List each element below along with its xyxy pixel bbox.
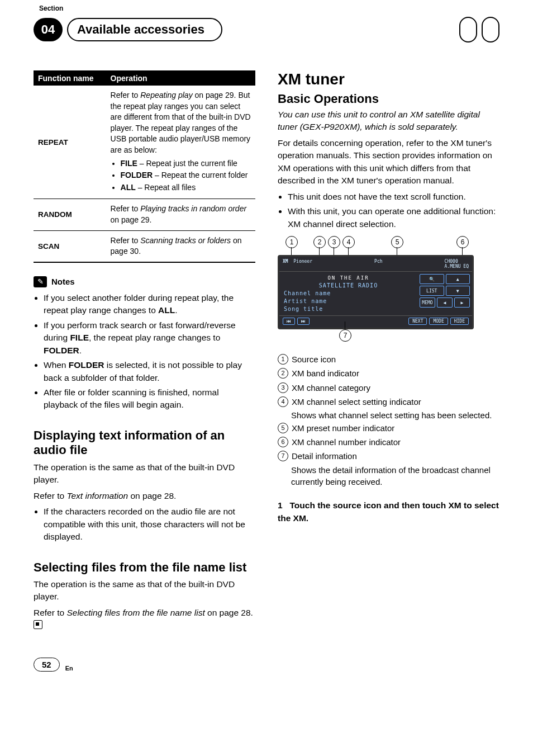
pencil-icon: ✎ [34, 276, 47, 287]
text: on page 28. [205, 608, 253, 617]
func-name-repeat: REPEAT [38, 138, 111, 147]
screen-channel-num: CH000 [445, 259, 458, 264]
legend-num-4: 4 [278, 396, 288, 407]
table-row: SCAN Refer to Scanning tracks or folders… [34, 230, 255, 262]
xm-screen-diagram: 1 2 3 4 5 6 XM Pioneer Pch [278, 236, 473, 349]
callout-6: 6 [456, 236, 469, 248]
text-italic: Selecting files from the file name list [66, 608, 204, 617]
text: Refer to [34, 608, 66, 617]
paragraph: Refer to Text information on page 28. [34, 490, 255, 502]
notes-heading: ✎ Notes [34, 276, 255, 287]
up-icon: ▲ [446, 274, 470, 284]
col-header-operation: Operation [111, 74, 251, 83]
callout-5: 5 [391, 236, 403, 248]
func-op-scan: Refer to Scanning tracks or folders on p… [111, 235, 251, 257]
function-table: Function name Operation REPEAT Refer to … [34, 70, 255, 263]
legend-text: XM band indicator [292, 367, 499, 380]
notes-label: Notes [51, 277, 75, 286]
screen-artist-name: Artist name [284, 298, 413, 304]
screen-xm-band: XM [283, 259, 288, 264]
text: on page 29. [111, 215, 152, 224]
list-item: If the characters recorded on the audio … [44, 505, 255, 543]
text: – Repeat all files [136, 183, 196, 192]
screen-pch: Pch [374, 259, 382, 269]
page-footer: 52 En [34, 658, 499, 672]
text: – Repeat just the current file [137, 159, 237, 168]
bold: FILE [121, 159, 137, 168]
bold: ALL [121, 183, 136, 192]
bold: FOLDER [44, 346, 79, 355]
screen-menu: A.MENU [445, 264, 461, 269]
list-item: If you select another folder during repe… [44, 292, 255, 317]
paragraph: The operation is the same as that of the… [34, 578, 255, 603]
callout-7: 7 [339, 329, 351, 342]
paragraph: The operation is the same as that of the… [34, 461, 255, 486]
text: , the repeat play range changes to [89, 333, 220, 342]
bold: FOLDER [121, 171, 153, 179]
callout-3: 3 [328, 236, 340, 248]
text: on page 28. [128, 491, 176, 500]
step-1: 1 Touch the source icon and then touch X… [278, 499, 499, 525]
language-label: En [65, 665, 73, 672]
legend-num-7: 7 [278, 451, 288, 461]
legend-text: Source icon [292, 353, 499, 366]
end-mark-icon [34, 620, 42, 629]
step-number: 1 [278, 500, 283, 510]
list-item: FILE – Repeat just the current file [121, 158, 251, 169]
text-italic: Text information [66, 491, 128, 500]
legend-list: 1Source icon 2XM band indicator 3XM chan… [278, 353, 499, 488]
text: Refer to [111, 236, 141, 245]
hide-button: HIDE [450, 318, 469, 325]
screen-pioneer: Pioneer [293, 259, 312, 264]
section-title: Available accessories [67, 18, 222, 41]
screen-eq: EQ [463, 264, 469, 269]
down-icon: ▼ [446, 286, 470, 296]
func-name-scan: SCAN [38, 242, 111, 251]
legend-text: XM channel select setting indicator [292, 395, 499, 408]
text: When [44, 360, 69, 370]
notes-list: If you select another folder during repe… [44, 292, 255, 412]
legend-text: Detail information [292, 450, 499, 462]
text-italic: Playing tracks in random order [140, 204, 246, 213]
screen-satellite: SATELLITE RADIO [284, 282, 413, 289]
legend-num-5: 5 [278, 423, 288, 433]
heading-xm-tuner: XM tuner [278, 70, 499, 88]
list-item: FOLDER – Repeat the current folder [121, 170, 251, 181]
legend-num-6: 6 [278, 437, 288, 447]
table-row: RANDOM Refer to Playing tracks in random… [34, 199, 255, 230]
list-item: ALL – Repeat all files [121, 182, 251, 193]
legend-text: XM channel category [292, 381, 499, 394]
list-item: This unit does not have the text scroll … [288, 191, 499, 203]
xm-bullet-list: This unit does not have the text scroll … [288, 191, 499, 230]
screen-song-title: Song title [284, 306, 413, 312]
step-text: Touch the source icon and then touch XM … [278, 500, 499, 522]
paragraph: Refer to Selecting files from the file n… [34, 607, 255, 632]
text-italic: Scanning tracks or folders [140, 236, 231, 245]
text: . [79, 346, 82, 355]
callout-4: 4 [342, 236, 355, 248]
xm-screen-mock: XM Pioneer Pch CH000 A.MENU EQ ON THE AI… [278, 255, 474, 329]
text: – Repeat the current folder [153, 171, 248, 179]
section-label: Section [39, 4, 63, 12]
list-item: When FOLDER is selected, it is not possi… [44, 359, 255, 384]
text: If you select another folder during repe… [44, 293, 234, 315]
legend-text: XM channel number indicator [292, 436, 499, 448]
screen-on-air: ON THE AIR [284, 275, 413, 281]
func-op-random: Refer to Playing tracks in random order … [111, 204, 251, 225]
text: Refer to [111, 91, 141, 100]
mode-button: MODE [429, 318, 448, 325]
header: Section 04 Available accessories [34, 17, 499, 42]
heading-basic-operations: Basic Operations [278, 92, 499, 106]
intro-italic: You can use this unit to control an XM s… [278, 108, 499, 134]
list-item: After file or folder scanning is finishe… [44, 386, 255, 412]
header-blank-left [459, 17, 477, 42]
next-button: NEXT [408, 318, 427, 325]
bullet-list: If the characters recorded on the audio … [44, 505, 255, 543]
table-row: REPEAT Refer to Repeating play on page 2… [34, 85, 255, 199]
intro-paragraph: For details concerning operation, refer … [278, 137, 499, 187]
heading-selecting-files: Selecting files from the file name list [34, 560, 255, 575]
bold: ALL [158, 305, 175, 315]
prev-icon: ⏮ [283, 318, 295, 325]
text: Refer to [34, 491, 66, 500]
text: on page 29. But the repeat play ranges y… [111, 91, 251, 154]
